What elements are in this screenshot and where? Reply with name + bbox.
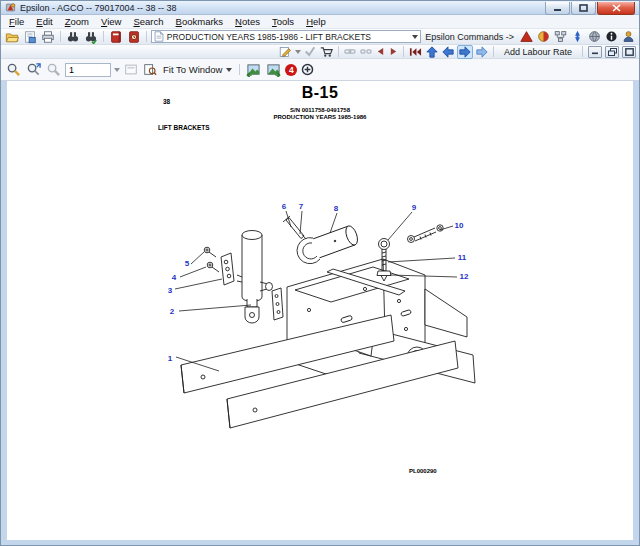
callout-1[interactable]: 1: [168, 354, 173, 363]
apply-check-icon[interactable]: [303, 46, 317, 57]
add-labour-rate-button[interactable]: Add Labour Rate: [498, 47, 578, 57]
menu-zoom[interactable]: Zoom: [59, 16, 95, 27]
history-book-icon[interactable]: [126, 30, 142, 44]
zoom-page-icon[interactable]: [142, 63, 158, 76]
menu-view[interactable]: View: [95, 16, 127, 27]
toolbar-separator: [239, 64, 240, 75]
toolbar-separator: [103, 31, 104, 42]
prev-red-icon[interactable]: [375, 47, 386, 56]
close-button[interactable]: [597, 2, 635, 15]
notification-badge[interactable]: 4: [285, 64, 297, 76]
part-cylinder: [237, 231, 273, 324]
zoom-select-disabled-icon: [45, 62, 62, 77]
nav-toolbar: Add Labour Rate: [1, 45, 639, 59]
toolbar-separator: [582, 46, 583, 57]
epsilon-commands-label: Epsilon Commands ->: [425, 32, 514, 42]
menu-bookmarks[interactable]: Bookmarks: [170, 16, 230, 27]
first-page-icon[interactable]: [408, 47, 423, 57]
unlink-icon[interactable]: [359, 46, 373, 57]
web-browser-icon[interactable]: [587, 30, 602, 43]
menu-help[interactable]: Help: [300, 16, 332, 27]
mdi-restore-button[interactable]: [605, 46, 619, 58]
callout-2[interactable]: 2: [170, 307, 175, 316]
callout-6[interactable]: 6: [282, 202, 287, 211]
hierarchy-icon[interactable]: [553, 30, 568, 43]
mdi-maximize-button[interactable]: [622, 46, 636, 58]
minimize-button[interactable]: [545, 2, 570, 15]
cart-icon[interactable]: [319, 46, 334, 58]
callout-3[interactable]: 3: [168, 286, 173, 295]
document-selector-value: PRODUCTION YEARS 1985-1986 - LIFT BRACKE…: [167, 32, 409, 42]
view-mode-disabled-icon: [123, 63, 139, 76]
menu-notes[interactable]: Notes: [229, 16, 266, 27]
info-icon[interactable]: [604, 30, 619, 43]
menu-search[interactable]: Search: [127, 16, 169, 27]
menu-tools[interactable]: Tools: [266, 16, 300, 27]
chevron-down-icon: [226, 68, 232, 72]
chevron-down-icon: [412, 35, 418, 39]
maximize-button[interactable]: [571, 2, 596, 15]
zoom-icon[interactable]: [5, 62, 22, 77]
annotate-dropdown-icon[interactable]: [295, 50, 301, 54]
toolbar-separator: [338, 46, 339, 57]
image-next-icon[interactable]: [265, 63, 282, 77]
view-toolbar: Fit To Window 4: [1, 59, 639, 81]
zoom-mode-value: Fit To Window: [163, 64, 222, 75]
document-page-icon: [154, 31, 164, 42]
main-toolbar: PRODUCTION YEARS 1985-1986 - LIFT BRACKE…: [1, 29, 639, 45]
next-red-icon[interactable]: [388, 47, 399, 56]
image-back-icon[interactable]: [245, 63, 262, 77]
window-title: Epsilon - AGCO -- 79017004 -- 38 -- 38: [20, 3, 177, 13]
parts-diagram: 1 2 3 4 5 6 7 8 9 10 11 12: [159, 189, 489, 479]
app-icon: [5, 2, 16, 13]
callout-8[interactable]: 8: [334, 204, 339, 213]
transfer-arrows-icon[interactable]: [570, 30, 585, 43]
callout-11[interactable]: 11: [458, 253, 467, 262]
serial-range: S/N 0011758-0491758: [7, 107, 633, 113]
page-back-icon[interactable]: [441, 46, 455, 58]
mdi-minimize-button[interactable]: [588, 46, 602, 58]
add-icon[interactable]: [300, 63, 315, 76]
callout-5[interactable]: 5: [185, 259, 190, 268]
callout-7[interactable]: 7: [299, 202, 304, 211]
document-viewer[interactable]: B-15 38 S/N 0011758-0491758 PRODUCTION Y…: [7, 81, 633, 540]
print-icon[interactable]: [40, 30, 56, 44]
zoom-dynamic-icon[interactable]: [25, 62, 42, 77]
menu-file[interactable]: File: [3, 16, 30, 27]
callout-10[interactable]: 10: [455, 221, 464, 230]
toolbar-separator: [493, 46, 494, 57]
alert-triangle-icon[interactable]: [519, 30, 534, 43]
menu-bar: File Edit Zoom View Search Bookmarks Not…: [1, 15, 639, 29]
toolbar-separator: [146, 31, 147, 42]
annotate-icon[interactable]: [278, 46, 293, 58]
callout-9[interactable]: 9: [412, 203, 417, 212]
page-code: B-15: [7, 84, 633, 102]
section-title: LIFT BRACKETS: [158, 124, 210, 131]
toolbar-separator: [60, 31, 61, 42]
document-selector[interactable]: PRODUCTION YEARS 1985-1986 - LIFT BRACKE…: [151, 30, 421, 43]
find-again-icon[interactable]: [83, 30, 99, 44]
link-icon[interactable]: [343, 46, 357, 57]
title-bar: Epsilon - AGCO -- 79017004 -- 38 -- 38: [1, 1, 639, 15]
menu-edit[interactable]: Edit: [30, 16, 58, 27]
last-forward-icon[interactable]: [475, 46, 489, 58]
find-icon[interactable]: [65, 30, 81, 44]
part-bushing: [297, 224, 360, 263]
part-bolt: [408, 225, 444, 243]
callout-12[interactable]: 12: [460, 272, 469, 281]
notes-book-icon[interactable]: [108, 30, 124, 44]
production-years: PRODUCTION YEARS 1985-1986: [7, 114, 633, 120]
user-icon[interactable]: [621, 30, 636, 43]
page-dropdown-icon[interactable]: [114, 68, 120, 72]
export-icon[interactable]: [22, 30, 38, 44]
page-forward-icon[interactable]: [457, 45, 473, 59]
open-icon[interactable]: [4, 30, 20, 44]
callout-4[interactable]: 4: [172, 273, 177, 282]
part-frame-rails: [181, 315, 475, 428]
ref-number: 38: [163, 98, 170, 105]
zoom-mode-select[interactable]: Fit To Window: [161, 64, 234, 75]
parts-sphere-icon[interactable]: [536, 30, 551, 43]
page-up-icon[interactable]: [425, 46, 439, 58]
page-number-input[interactable]: [65, 63, 111, 77]
part-pin: [283, 216, 306, 239]
